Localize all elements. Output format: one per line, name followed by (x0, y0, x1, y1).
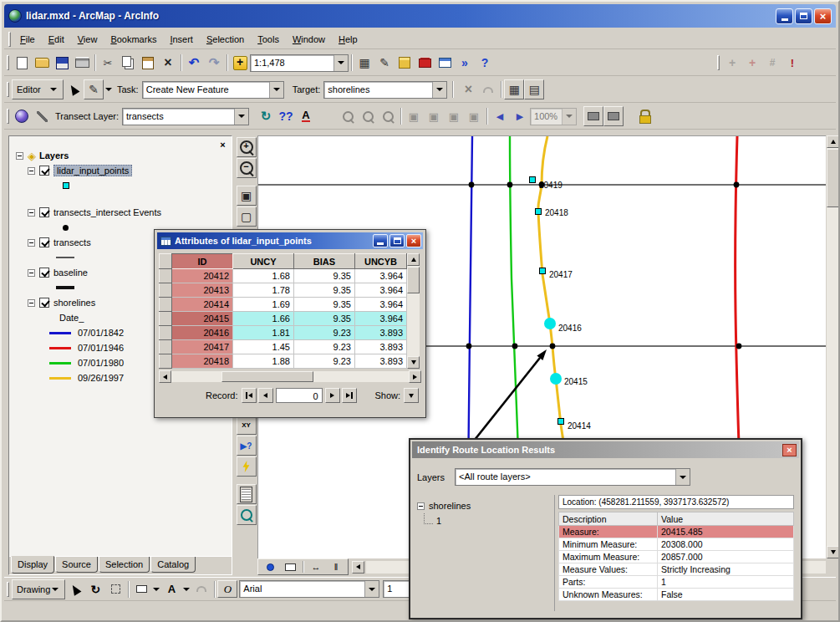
result-row[interactable]: Unknown Measures: False (559, 589, 794, 601)
expander-icon[interactable] (417, 502, 425, 510)
line-symbol-swatch[interactable] (56, 286, 74, 289)
font-combobox[interactable]: Arial (239, 580, 379, 598)
menu-tools[interactable]: Tools (251, 31, 286, 48)
table-row[interactable]: 20417 1.45 9.23 3.893 (160, 340, 407, 354)
pause-button[interactable]: ‖ (326, 560, 346, 574)
cell-id[interactable]: 20414 (172, 298, 233, 312)
layer-checkbox[interactable] (39, 268, 49, 278)
whats-this-button[interactable] (475, 53, 495, 73)
minimize-button[interactable] (776, 8, 793, 24)
expander-icon[interactable] (28, 269, 35, 277)
standard-toolbar-grip[interactable] (7, 55, 9, 70)
cell-id[interactable]: 20417 (172, 340, 233, 354)
save-button[interactable] (52, 53, 72, 73)
result-row-measure[interactable]: Measure: 20415.485 (559, 526, 794, 538)
drawing-toolbar-grip[interactable] (7, 582, 9, 597)
chevron-down-icon[interactable] (432, 82, 446, 98)
refresh-transects-button[interactable] (256, 106, 276, 126)
legend-swatch[interactable] (49, 362, 71, 365)
command-line-button[interactable] (435, 53, 455, 73)
row-selector[interactable] (160, 354, 172, 369)
zoom-percent-combobox[interactable]: 100% (530, 108, 577, 125)
font-style-button[interactable]: O (217, 580, 237, 598)
chevron-down-icon[interactable] (562, 109, 576, 125)
html-popup-tool[interactable] (237, 484, 257, 504)
cell-uncy[interactable]: 1.88 (233, 354, 294, 369)
find-route-tool[interactable] (237, 505, 257, 525)
row-selector[interactable] (160, 340, 172, 354)
legend-swatch[interactable] (49, 377, 71, 380)
tree-node-route[interactable]: 1 (417, 513, 549, 528)
tab-display[interactable]: Display (11, 556, 54, 574)
cell-bias[interactable]: 9.23 (294, 340, 355, 354)
last-record-button[interactable] (342, 388, 357, 403)
survey-tool-button-4[interactable] (782, 53, 802, 73)
row-selector[interactable] (160, 326, 172, 340)
row-selector-header[interactable] (160, 254, 172, 269)
expander-icon[interactable] (28, 209, 35, 217)
zoom-in-tool[interactable] (237, 137, 257, 157)
node[interactable] (512, 344, 518, 349)
fixed-zoom-out-tool[interactable] (237, 206, 257, 227)
select-elements-button[interactable] (65, 579, 85, 599)
toc-symbol-row[interactable] (16, 178, 232, 193)
result-row[interactable]: Measure Values: Strictly Increasing (559, 563, 794, 576)
lock-button[interactable] (635, 106, 655, 126)
identify-route-tool[interactable] (237, 436, 257, 456)
cell-uncy[interactable]: 1.81 (233, 326, 294, 340)
layer-label[interactable]: transects (53, 237, 91, 247)
cell-bias[interactable]: 9.35 (294, 312, 355, 326)
add-data-button[interactable] (230, 53, 250, 73)
route-next-button[interactable] (510, 106, 530, 126)
show-dropdown-button[interactable] (404, 388, 419, 403)
layer-checkbox[interactable] (39, 166, 49, 176)
toc-layer-transects-intersect[interactable]: transects_intersect Events (16, 205, 232, 220)
edit-tool-button[interactable] (64, 79, 84, 99)
menu-insert[interactable]: Insert (163, 31, 200, 48)
font-size-combobox[interactable]: 1 (383, 580, 411, 598)
tab-selection[interactable]: Selection (99, 557, 150, 573)
shape-tool-dropdown[interactable] (151, 588, 161, 591)
restore-button[interactable] (389, 234, 405, 247)
table-row[interactable]: 20412 1.68 9.35 3.964 (160, 269, 407, 283)
scale-combobox[interactable]: 1:1,478 (250, 54, 349, 72)
cell-id[interactable]: 20418 (172, 354, 233, 369)
swap-button[interactable]: ↔ (306, 560, 326, 574)
hscroll-left-button[interactable] (352, 561, 364, 574)
menu-grip[interactable] (8, 32, 11, 47)
text-tool-dropdown[interactable] (181, 588, 191, 591)
hscroll-left-button[interactable] (159, 370, 171, 383)
survey-tool-button-2[interactable] (742, 53, 762, 73)
print-button[interactable] (72, 53, 92, 73)
hscroll-track[interactable] (171, 371, 409, 382)
cell-uncyb[interactable]: 3.964 (355, 269, 407, 283)
editor-menu-button[interactable]: Editor (12, 79, 64, 99)
menu-file[interactable]: File (13, 31, 42, 48)
rotate-tool-button[interactable] (478, 79, 498, 99)
route-previous-button[interactable] (490, 106, 510, 126)
fixed-zoom-in-tool[interactable] (237, 186, 257, 206)
layer-label[interactable]: shorelines (53, 298, 95, 308)
cell-bias[interactable]: 9.35 (294, 283, 355, 298)
route-zoom-button-2[interactable] (358, 106, 378, 126)
layer-checkbox[interactable] (39, 207, 49, 217)
lidar-point-selected[interactable] (544, 318, 556, 329)
menu-edit[interactable]: Edit (42, 31, 71, 48)
column-header-uncyb[interactable]: UNCYB (355, 254, 407, 269)
cell-uncyb[interactable]: 3.893 (355, 354, 407, 369)
layer-label[interactable]: baseline (53, 268, 88, 278)
attributes-window-titlebar[interactable]: Attributes of lidar_input_points × (157, 232, 423, 249)
lidar-point[interactable] (536, 209, 542, 215)
editor-toolbar-grip[interactable] (7, 82, 9, 97)
cell-uncyb[interactable]: 3.893 (355, 326, 407, 340)
transect-tool-button[interactable] (32, 106, 52, 126)
toc-close-button[interactable]: × (216, 139, 229, 150)
hscroll-thumb[interactable] (221, 371, 313, 382)
text-tool-button[interactable]: A (161, 579, 181, 599)
route-extent-button-4[interactable] (464, 106, 484, 126)
cell-uncy[interactable]: 1.66 (233, 312, 294, 326)
delete-button[interactable] (158, 53, 178, 73)
route-extent-button-3[interactable] (444, 106, 464, 126)
cut-button[interactable] (98, 53, 118, 73)
vscroll-up-button[interactable] (407, 253, 420, 266)
